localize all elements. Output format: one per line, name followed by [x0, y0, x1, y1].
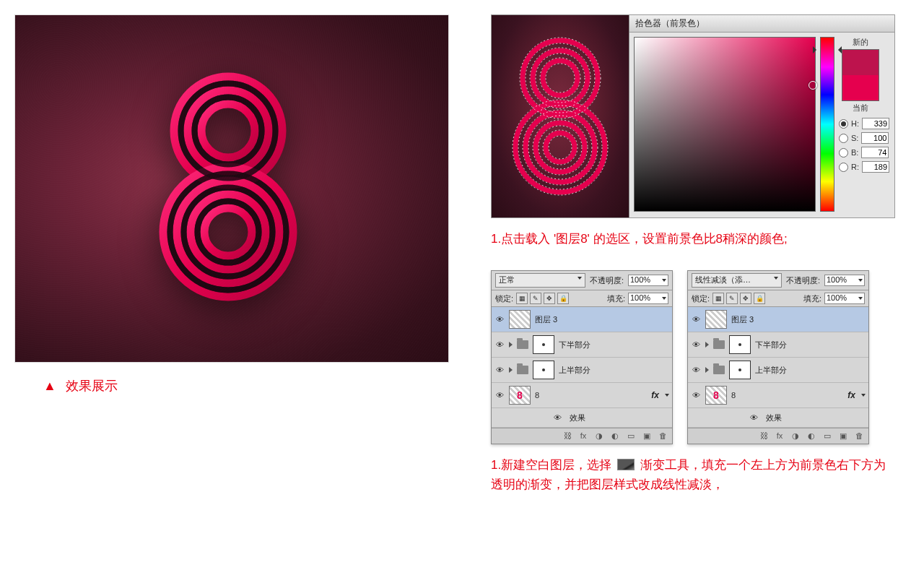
hue-slider-arrows-icon [816, 46, 838, 49]
svg-point-0 [174, 77, 282, 185]
svg-point-2 [201, 104, 255, 158]
mask-thumb-icon [729, 361, 751, 379]
layer-row-effects-2[interactable]: 👁效果 [688, 408, 868, 428]
layer-row-layer3-2[interactable]: 👁 图层 3 [688, 307, 868, 332]
lock-pixels-icon[interactable]: ✎ [530, 293, 541, 304]
opacity-label-2: 不透明度: [786, 275, 820, 286]
mask-thumb-icon [533, 335, 554, 354]
opacity-input-1[interactable]: 100% [628, 275, 668, 286]
svg-point-3 [163, 167, 293, 297]
folder-arrow-icon[interactable] [509, 342, 513, 348]
new-layer-icon[interactable]: ▣ [838, 431, 848, 441]
layer-name: 图层 3 [731, 314, 866, 325]
lock-pos-icon[interactable]: ✥ [740, 293, 751, 304]
new-group-icon[interactable]: ▭ [626, 431, 636, 441]
new-layer-icon[interactable]: ▣ [642, 431, 652, 441]
eye-icon[interactable]: 👁 [494, 315, 505, 324]
s-label: S: [851, 134, 858, 142]
folder-arrow-icon[interactable] [705, 367, 709, 373]
eye-icon[interactable]: 👁 [691, 315, 701, 324]
fx-icon[interactable]: fx [651, 390, 659, 400]
svg-point-18 [546, 133, 575, 162]
lock-trans-icon[interactable]: ▦ [516, 293, 528, 304]
new-group-icon[interactable]: ▭ [822, 431, 832, 441]
s-input[interactable] [861, 132, 889, 144]
layer-row-layer3-1[interactable]: 👁 图层 3 [492, 307, 672, 332]
layer-row-lower-1[interactable]: 👁 下半部分 [492, 332, 672, 358]
svg-point-14 [543, 61, 578, 95]
svg-point-29 [533, 120, 588, 175]
eye-icon[interactable]: 👁 [552, 413, 562, 422]
eye-icon[interactable]: 👁 [691, 391, 701, 400]
folder-icon [713, 340, 725, 349]
instruction-2a: 1.新建空白图层，选择 [491, 458, 611, 472]
eye-icon[interactable]: 👁 [494, 391, 505, 400]
lock-label-2: 锁定: [692, 293, 710, 304]
hue-slider[interactable] [820, 37, 834, 212]
mask-thumb-icon [729, 335, 751, 354]
fx-foot-icon[interactable]: fx [775, 431, 785, 441]
svg-point-24 [546, 64, 575, 92]
h-input[interactable] [862, 118, 889, 129]
opacity-label-1: 不透明度: [590, 275, 624, 286]
eye-icon[interactable]: 👁 [749, 413, 759, 422]
color-picker: 拾色器（前景色） 新的 [629, 15, 894, 217]
s-row: S: [839, 132, 889, 144]
layer-name: 上半部分 [755, 365, 866, 376]
current-color-label: 当前 [853, 103, 868, 113]
instruction-2: 1.新建空白图层，选择 渐变工具，填充一个左上方为前景色右下方为透明的渐变，并把… [491, 455, 895, 494]
fill-input-1[interactable]: 100% [628, 293, 668, 304]
fx-foot-icon[interactable]: fx [578, 431, 588, 441]
blend-mode-select-2[interactable]: 线性减淡（添… [692, 273, 782, 288]
r-row: R: [839, 161, 889, 173]
svg-point-11 [198, 202, 259, 263]
svg-point-8 [195, 98, 262, 165]
adjustment-icon[interactable]: ◐ [806, 431, 816, 441]
layer-row-lower-2[interactable]: 👁 下半部分 [688, 332, 868, 358]
s-radio[interactable] [839, 134, 848, 143]
layer-name: 上半部分 [559, 365, 669, 376]
eye-icon[interactable]: 👁 [691, 366, 701, 374]
effect-caption: ▲ 效果展示 [43, 377, 462, 394]
fx-expand-icon[interactable] [861, 394, 866, 397]
eye-icon[interactable]: 👁 [494, 340, 505, 349]
trash-icon[interactable]: 🗑 [658, 431, 668, 441]
fx-expand-icon[interactable] [665, 394, 669, 397]
eye-icon[interactable]: 👁 [494, 366, 505, 374]
lock-all-icon[interactable]: 🔒 [754, 293, 765, 304]
sv-field[interactable] [634, 37, 816, 212]
effects-label: 效果 [570, 413, 585, 422]
opacity-input-2[interactable]: 100% [824, 275, 865, 286]
svg-point-4 [177, 181, 279, 283]
fx-icon[interactable]: fx [847, 390, 855, 400]
adjustment-icon[interactable]: ◐ [610, 431, 620, 441]
lock-all-icon[interactable]: 🔒 [557, 293, 569, 304]
fill-input-2[interactable]: 100% [824, 293, 865, 304]
mask-foot-icon[interactable]: ◑ [594, 431, 604, 441]
folder-arrow-icon[interactable] [509, 367, 513, 373]
eye-icon[interactable]: 👁 [691, 340, 701, 349]
layer-row-8-2[interactable]: 👁 8 8 fx [688, 383, 868, 408]
r-input[interactable] [862, 161, 889, 173]
mask-foot-icon[interactable]: ◑ [790, 431, 801, 441]
layer-row-upper-1[interactable]: 👁 上半部分 [492, 358, 672, 383]
blend-mode-select-1[interactable]: 正常 [495, 273, 585, 288]
lock-trans-icon[interactable]: ▦ [712, 293, 724, 304]
h-radio[interactable] [839, 119, 848, 129]
layer-row-effects-1[interactable]: 👁效果 [492, 408, 672, 428]
link-icon[interactable]: ⛓ [759, 431, 769, 441]
layer-row-8-1[interactable]: 👁 8 8 fx [492, 383, 672, 408]
link-icon[interactable]: ⛓ [562, 431, 572, 441]
b-radio[interactable] [839, 148, 848, 158]
lock-label-1: 锁定: [495, 293, 513, 304]
left-column: ▲ 效果展示 [14, 14, 462, 517]
caption-marker-icon: ▲ [43, 379, 56, 393]
folder-arrow-icon[interactable] [705, 342, 709, 348]
mask-thumb-icon [533, 361, 554, 379]
lock-pixels-icon[interactable]: ✎ [726, 293, 738, 304]
r-radio[interactable] [839, 163, 848, 172]
lock-pos-icon[interactable]: ✥ [544, 293, 555, 304]
trash-icon[interactable]: 🗑 [854, 431, 864, 441]
layer-row-upper-2[interactable]: 👁 上半部分 [688, 358, 868, 383]
b-input[interactable] [861, 147, 889, 158]
